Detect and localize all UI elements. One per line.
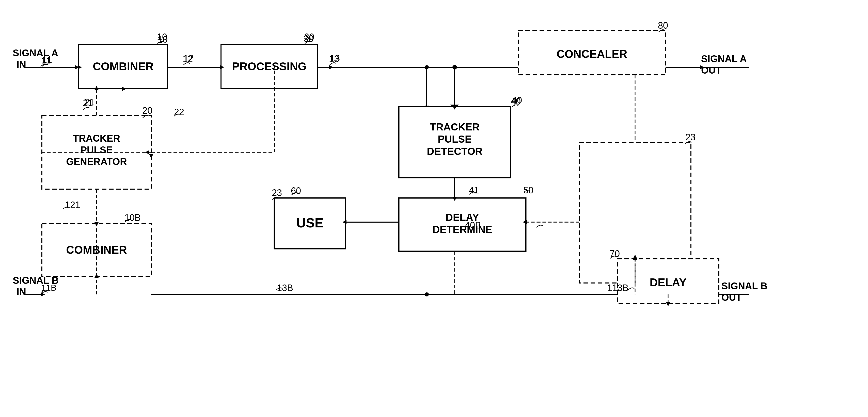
svg-text:121: 121 xyxy=(65,200,80,210)
svg-text:GENERATOR: GENERATOR xyxy=(66,157,127,167)
svg-point-93 xyxy=(425,65,429,69)
svg-text:23: 23 xyxy=(685,132,695,142)
svg-text:TRACKER: TRACKER xyxy=(73,133,120,144)
svg-text:80: 80 xyxy=(658,20,668,31)
svg-text:10B: 10B xyxy=(124,212,141,223)
svg-text:30: 30 xyxy=(304,32,314,42)
svg-text:12: 12 xyxy=(183,53,193,64)
block-diagram: COMBINER PROCESSING 10 12 30 13 TRACKER … xyxy=(0,0,868,417)
svg-text:SIGNAL B: SIGNAL B xyxy=(721,281,767,291)
svg-point-119 xyxy=(453,65,457,70)
svg-text:IN: IN xyxy=(17,59,26,70)
svg-text:PULSE: PULSE xyxy=(438,134,471,145)
svg-text:40B: 40B xyxy=(465,220,481,231)
svg-text:23: 23 xyxy=(272,187,282,198)
svg-text:IN: IN xyxy=(17,286,26,297)
svg-text:CONCEALER: CONCEALER xyxy=(557,48,627,60)
svg-text:USE: USE xyxy=(297,215,323,230)
svg-text:DELAY: DELAY xyxy=(650,276,686,288)
svg-text:PULSE: PULSE xyxy=(81,145,113,155)
svg-text:DETECTOR: DETECTOR xyxy=(427,146,483,157)
svg-text:OUT: OUT xyxy=(701,65,721,76)
svg-text:SIGNAL A: SIGNAL A xyxy=(701,54,747,64)
svg-text:OUT: OUT xyxy=(721,292,742,303)
svg-text:21: 21 xyxy=(83,98,93,108)
svg-text:40: 40 xyxy=(512,95,522,106)
svg-text:20: 20 xyxy=(142,105,152,116)
svg-text:TRACKER: TRACKER xyxy=(430,121,479,133)
svg-text:22: 22 xyxy=(174,107,184,117)
svg-text:PROCESSING: PROCESSING xyxy=(232,60,306,73)
svg-text:113B: 113B xyxy=(607,283,628,293)
svg-point-94 xyxy=(425,292,429,297)
svg-text:10: 10 xyxy=(157,32,167,42)
svg-text:COMBINER: COMBINER xyxy=(93,60,154,73)
svg-text:13: 13 xyxy=(330,53,340,64)
svg-text:11: 11 xyxy=(42,55,52,65)
svg-text:DETERMINE: DETERMINE xyxy=(432,224,492,235)
